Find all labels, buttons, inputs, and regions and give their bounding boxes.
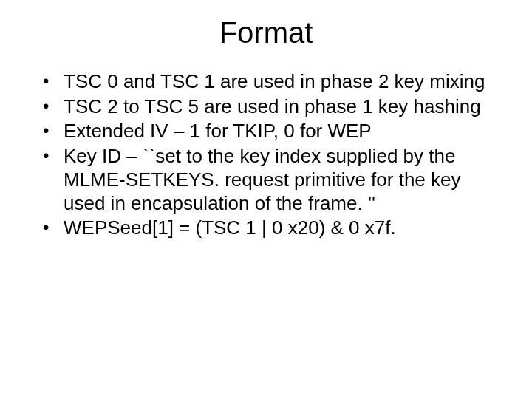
list-item: Extended IV – 1 for TKIP, 0 for WEP	[43, 120, 502, 143]
slide: Format TSC 0 and TSC 1 are used in phase…	[0, 0, 532, 399]
list-item: TSC 2 to TSC 5 are used in phase 1 key h…	[43, 95, 502, 119]
bullet-text: TSC 2 to TSC 5 are used in phase 1 key h…	[64, 95, 481, 117]
slide-title: Format	[0, 0, 532, 57]
list-item: Key ID – ``set to the key index supplied…	[43, 145, 502, 215]
list-item: WEPSeed[1] = (TSC 1 | 0 x20) & 0 x7f.	[43, 216, 502, 240]
bullet-text: Key ID – ``set to the key index supplied…	[64, 145, 461, 214]
slide-content: TSC 0 and TSC 1 are used in phase 2 key …	[0, 57, 532, 240]
bullet-text: Extended IV – 1 for TKIP, 0 for WEP	[64, 120, 372, 142]
list-item: TSC 0 and TSC 1 are used in phase 2 key …	[43, 70, 502, 94]
bullet-list: TSC 0 and TSC 1 are used in phase 2 key …	[43, 70, 502, 240]
bullet-text: WEPSeed[1] = (TSC 1 | 0 x20) & 0 x7f.	[64, 216, 396, 239]
bullet-text: TSC 0 and TSC 1 are used in phase 2 key …	[64, 70, 485, 92]
